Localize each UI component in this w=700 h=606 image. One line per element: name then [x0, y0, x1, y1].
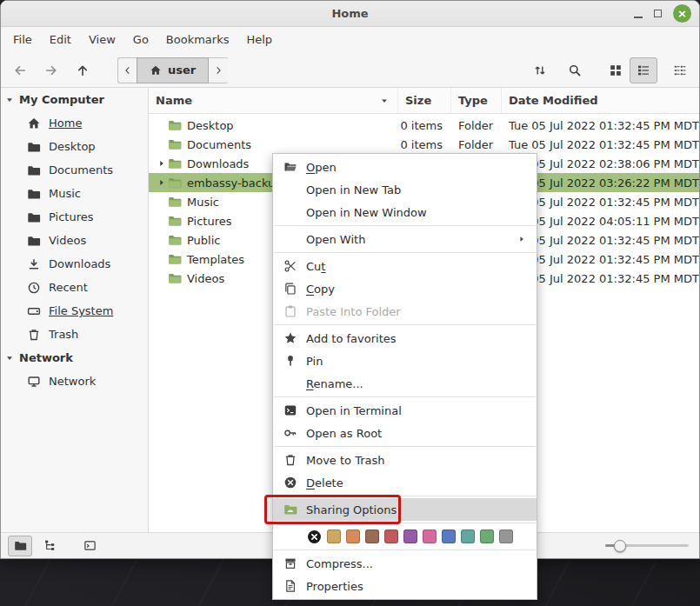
- icon-view-button[interactable]: [602, 57, 630, 83]
- menu-item-label: Open in Terminal: [306, 404, 402, 417]
- menubar-item-file[interactable]: File: [4, 27, 41, 53]
- column-header-date-modified[interactable]: Date Modified: [502, 88, 699, 113]
- context-menu-item-sharing-options[interactable]: Sharing Options: [273, 498, 537, 521]
- color-swatch-5[interactable]: [423, 529, 437, 543]
- sidebar-item-pictures[interactable]: Pictures: [1, 205, 148, 229]
- show-places-button[interactable]: [8, 536, 32, 556]
- column-header-name[interactable]: Name: [149, 88, 398, 113]
- menubar-item-edit[interactable]: Edit: [41, 27, 80, 53]
- menubar-item-go[interactable]: Go: [124, 27, 157, 53]
- minimize-button[interactable]: [634, 9, 643, 18]
- menubar-item-view[interactable]: View: [80, 27, 124, 53]
- menu-item-label: Open as Root: [306, 427, 382, 440]
- context-menu-item-compress[interactable]: Compress...: [273, 552, 537, 575]
- delete-circle-icon: [282, 476, 299, 489]
- menu-separator: [274, 523, 536, 523]
- color-swatch-1[interactable]: [346, 529, 360, 543]
- show-terminal-button[interactable]: [77, 536, 102, 556]
- compact-view-button[interactable]: [666, 57, 694, 83]
- file-name: Templates: [187, 253, 244, 266]
- color-swatch-7[interactable]: [461, 529, 475, 543]
- path-scroll-left-button[interactable]: [117, 57, 137, 83]
- column-header-size[interactable]: Size: [398, 88, 451, 113]
- color-swatch-0[interactable]: [327, 529, 341, 543]
- sidebar-item-network[interactable]: Network: [1, 370, 148, 393]
- titlebar[interactable]: Home ×: [1, 1, 699, 27]
- sidebar-item-recent[interactable]: Recent: [1, 276, 148, 299]
- key-icon: [282, 426, 299, 440]
- color-swatch-8[interactable]: [480, 529, 494, 543]
- context-menu-item-open-in-new-tab[interactable]: Open in New Tab: [273, 178, 537, 201]
- menu-separator: [274, 324, 536, 325]
- file-row-documents[interactable]: Documents0 itemsFolderTue 05 Jul 2022 01…: [149, 135, 699, 154]
- color-swatch-2[interactable]: [365, 529, 379, 543]
- search-button[interactable]: [562, 57, 588, 83]
- context-menu-item-delete[interactable]: Delete: [273, 471, 537, 494]
- home-icon: [27, 117, 41, 130]
- folder-icon: [168, 233, 183, 247]
- context-menu-item-properties[interactable]: Properties: [273, 575, 537, 597]
- sidebar-item-trash[interactable]: Trash: [1, 323, 148, 346]
- color-swatch-4[interactable]: [403, 529, 417, 543]
- path-scroll-right-button[interactable]: [209, 57, 228, 83]
- context-menu-item-open-in-terminal[interactable]: Open in Terminal: [273, 399, 537, 422]
- menu-item-label: Move to Trash: [306, 454, 385, 467]
- trash-icon: [27, 328, 41, 342]
- sidebar-item-home[interactable]: Home: [1, 111, 148, 135]
- sidebar-section-my-computer[interactable]: My Computer: [1, 88, 148, 111]
- context-menu-item-move-to-trash[interactable]: Move to Trash: [273, 449, 537, 471]
- color-swatch-3[interactable]: [384, 529, 398, 543]
- sidebar-item-desktop[interactable]: Desktop: [1, 135, 148, 158]
- column-header-row: NameSizeTypeDate Modified: [149, 88, 699, 114]
- context-menu-item-copy[interactable]: Copy: [273, 277, 537, 300]
- clear-color-icon[interactable]: [306, 529, 322, 544]
- folder-icon: [27, 234, 41, 248]
- color-swatch-9[interactable]: [499, 529, 513, 543]
- close-button[interactable]: ×: [673, 4, 691, 23]
- path-segment-user[interactable]: user: [137, 57, 209, 83]
- context-menu-item-add-to-favorites[interactable]: Add to favorites: [273, 327, 537, 350]
- menu-item-label: Properties: [306, 580, 363, 593]
- sidebar-item-music[interactable]: Music: [1, 182, 148, 205]
- menu-item-label: Open in New Tab: [306, 183, 401, 196]
- context-menu-item-cut[interactable]: Cut: [273, 255, 537, 277]
- back-button[interactable]: [6, 57, 34, 83]
- sidebar-item-file-system[interactable]: File System: [1, 299, 148, 323]
- section-expander-icon[interactable]: [4, 96, 15, 104]
- file-type-cell: Folder: [451, 116, 502, 135]
- maximize-button[interactable]: [654, 10, 662, 17]
- swap-arrows-icon[interactable]: [527, 57, 553, 83]
- context-menu-item-open-with[interactable]: Open With: [273, 228, 537, 250]
- sidebar-item-downloads[interactable]: Downloads: [1, 252, 148, 276]
- list-view-button[interactable]: [630, 57, 657, 83]
- copy-icon: [282, 282, 299, 296]
- up-button[interactable]: [69, 57, 97, 83]
- column-header-type[interactable]: Type: [451, 88, 502, 113]
- file-row-desktop[interactable]: Desktop0 itemsFolderTue 05 Jul 2022 01:3…: [149, 116, 699, 135]
- document-icon: [282, 579, 299, 593]
- context-menu-item-rename[interactable]: Rename...: [273, 372, 537, 395]
- context-menu-item-open[interactable]: Open: [273, 156, 537, 178]
- show-treeview-button[interactable]: [37, 536, 62, 556]
- context-menu-item-open-in-new-window[interactable]: Open in New Window: [273, 201, 537, 223]
- menubar-item-help[interactable]: Help: [237, 27, 281, 53]
- pin-icon: [282, 354, 299, 368]
- menubar-item-bookmarks[interactable]: Bookmarks: [157, 27, 238, 53]
- section-expander-icon[interactable]: [4, 354, 15, 363]
- context-menu-item-open-as-root[interactable]: Open as Root: [273, 422, 537, 444]
- expander-icon[interactable]: [156, 159, 168, 168]
- scissors-icon: [282, 259, 299, 273]
- expander-icon[interactable]: [156, 178, 168, 187]
- forward-button[interactable]: [37, 57, 65, 83]
- color-swatch-6[interactable]: [442, 529, 456, 543]
- sidebar-item-videos[interactable]: Videos: [1, 229, 148, 252]
- zoom-slider[interactable]: [605, 533, 692, 558]
- zoom-knob[interactable]: [614, 540, 626, 552]
- folder-icon: [27, 163, 41, 177]
- sidebar-section-network[interactable]: Network: [1, 346, 148, 370]
- sidebar-item-documents[interactable]: Documents: [1, 158, 148, 182]
- menu-separator: [274, 225, 536, 226]
- column-label: Name: [156, 94, 192, 107]
- context-menu-item-pin[interactable]: Pin: [273, 350, 537, 372]
- folder-icon: [168, 118, 183, 132]
